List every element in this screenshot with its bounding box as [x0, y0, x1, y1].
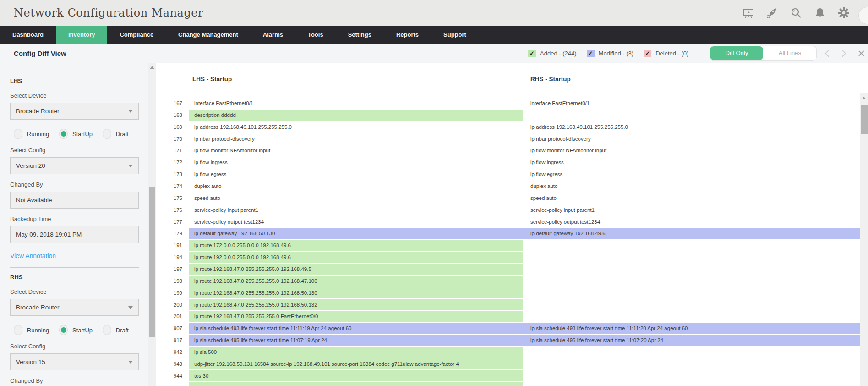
- chevron-down-icon[interactable]: [122, 103, 138, 119]
- view-annotation-link[interactable]: View Annotation: [10, 252, 56, 259]
- diff-rows: 167interface FastEthernet0/1interface Fa…: [156, 97, 860, 386]
- main-nav: DashboardInventoryComplianceChange Manag…: [0, 26, 868, 44]
- deleted-checkbox[interactable]: ✓: [644, 50, 651, 57]
- rhs-line: [523, 299, 860, 311]
- chevron-down-icon[interactable]: [122, 354, 138, 370]
- lhs-config-value: Version 20: [11, 162, 122, 169]
- sidebar-scrollbar-thumb[interactable]: [149, 187, 155, 337]
- rhs-pane-header: RHS - Startup: [530, 76, 571, 83]
- rhs-line: [523, 251, 860, 263]
- line-number: 175: [156, 192, 189, 204]
- close-icon[interactable]: ✕: [857, 49, 865, 58]
- diff-row: 168description ddddd: [156, 109, 860, 121]
- lhs-startup-label: StartUp: [72, 131, 93, 138]
- diff-row: 172ip flow ingressip flow ingress: [156, 156, 860, 168]
- lhs-backedup-time-field[interactable]: May 09, 2018 19:01 PM: [10, 226, 139, 243]
- lhs-device-value: Brocade Router: [11, 108, 122, 115]
- scroll-up-arrow-icon[interactable]: [862, 97, 866, 99]
- nav-item-compliance[interactable]: Compliance: [107, 26, 166, 44]
- lhs-draft-radio[interactable]: [103, 129, 111, 139]
- rhs-select-device-label: Select Device: [10, 288, 139, 295]
- nav-item-support[interactable]: Support: [431, 26, 479, 44]
- line-number: 194: [156, 251, 189, 263]
- lhs-line: ip sla 500: [189, 346, 523, 358]
- chevron-left-icon[interactable]: [825, 50, 832, 57]
- scroll-up-arrow-icon[interactable]: [150, 66, 154, 69]
- rhs-line: [523, 239, 860, 251]
- rhs-config-dropdown[interactable]: Version 15: [10, 353, 139, 370]
- diff-row: 198ip route 192.168.47.0 255.255.255.0 1…: [156, 275, 860, 287]
- diff-only-button[interactable]: Diff Only: [710, 46, 763, 60]
- rhs-line: ip sla schedule 495 life forever start-t…: [523, 334, 860, 346]
- nav-item-inventory[interactable]: Inventory: [56, 26, 108, 44]
- sidebar-scrollbar[interactable]: [148, 63, 156, 386]
- line-number: 177: [156, 216, 189, 228]
- lhs-backedup-time-label: Backedup Time: [10, 215, 139, 222]
- rhs-draft-radio[interactable]: [103, 325, 111, 335]
- page-title: Config Diff View: [14, 50, 66, 57]
- lhs-changed-by-label: Changed By: [10, 181, 139, 188]
- rhs-line: [523, 275, 860, 287]
- presentation-icon[interactable]: [742, 7, 754, 19]
- added-checkbox[interactable]: ✓: [528, 50, 536, 57]
- rhs-line: ip nbar protocol-discovery: [523, 133, 860, 145]
- diff-row: 200ip route 192.168.47.0 255.255.255.0 1…: [156, 299, 860, 311]
- lhs-line: service-policy input parent1: [189, 204, 523, 216]
- rhs-line: ip flow ingress: [523, 156, 860, 168]
- nav-item-alarms[interactable]: Alarms: [251, 26, 295, 44]
- filter-added[interactable]: ✓ Added - (244): [528, 50, 577, 57]
- diff-scrollbar[interactable]: [860, 93, 868, 386]
- rhs-device-dropdown[interactable]: Brocade Router: [10, 299, 139, 316]
- line-number: 942: [156, 346, 189, 358]
- lhs-line: ip nbar protocol-discovery: [189, 133, 523, 145]
- lhs-config-type-radios: Running StartUp Draft: [10, 129, 139, 139]
- lhs-changed-by-field[interactable]: Not Available: [10, 192, 139, 209]
- lhs-running-radio[interactable]: [14, 129, 22, 139]
- chevron-down-icon[interactable]: [122, 158, 138, 174]
- nav-item-change-management[interactable]: Change Management: [166, 26, 251, 44]
- rocket-icon[interactable]: [766, 7, 778, 19]
- lhs-line: ip flow ingress: [189, 156, 523, 168]
- bell-icon[interactable]: [814, 7, 826, 19]
- lhs-config-dropdown[interactable]: Version 20: [10, 157, 139, 174]
- rhs-line: duplex auto: [523, 180, 860, 192]
- lhs-line: ip route 192.168.47.0 255.255.255.0 192.…: [189, 275, 523, 287]
- nav-item-reports[interactable]: Reports: [384, 26, 431, 44]
- app-header: Network Configuration Manager: [0, 0, 868, 26]
- lhs-line: speed auto: [189, 192, 523, 204]
- filter-deleted[interactable]: ✓ Deleted - (0): [644, 50, 688, 57]
- content: LHS Select Device Brocade Router Running…: [0, 63, 868, 386]
- lhs-line: udp-jitter 192.168.50.131 16584 source-i…: [189, 358, 523, 370]
- all-lines-button[interactable]: All Lines: [763, 46, 816, 60]
- rhs-running-label: Running: [27, 327, 49, 334]
- rhs-startup-radio[interactable]: [59, 325, 68, 335]
- lhs-line: ip route 192.168.47.0 255.255.255.0 Fast…: [189, 310, 523, 322]
- rhs-line: ip sla schedule 493 life forever start-t…: [523, 322, 860, 334]
- diff-row: 201ip route 192.168.47.0 255.255.255.0 F…: [156, 310, 860, 322]
- modified-checkbox[interactable]: ✓: [587, 50, 595, 57]
- rhs-line: ip flow egress: [523, 168, 860, 180]
- rhs-config-type-radios: Running StartUp Draft: [10, 325, 139, 335]
- lhs-line: ip route 172.0.0.0 255.0.0.0 192.168.49.…: [189, 239, 523, 251]
- nav-item-tools[interactable]: Tools: [295, 26, 336, 44]
- chevron-down-icon[interactable]: [122, 299, 138, 315]
- search-icon[interactable]: [790, 7, 802, 19]
- nav-item-dashboard[interactable]: Dashboard: [0, 26, 56, 44]
- avatar[interactable]: [858, 7, 868, 24]
- lhs-device-dropdown[interactable]: Brocade Router: [10, 103, 139, 120]
- line-number: 176: [156, 204, 189, 216]
- diff-row: 194ip route 192.0.0.0 255.0.0.0 192.168.…: [156, 251, 860, 263]
- filter-modified[interactable]: ✓ Modified - (3): [587, 50, 634, 57]
- line-number: 172: [156, 156, 189, 168]
- rhs-section-title: RHS: [10, 274, 139, 281]
- nav-item-settings[interactable]: Settings: [336, 26, 384, 44]
- gear-icon[interactable]: [838, 7, 850, 19]
- lhs-startup-radio[interactable]: [59, 129, 68, 139]
- diff-row: 169ip address 192.168.49.101 255.255.255…: [156, 121, 860, 133]
- rhs-running-radio[interactable]: [14, 325, 22, 335]
- rhs-select-config-label: Select Config: [10, 343, 139, 350]
- diff-scrollbar-thumb[interactable]: [861, 105, 868, 134]
- added-label: Added - (244): [540, 50, 577, 57]
- chevron-right-icon[interactable]: [839, 50, 846, 57]
- lhs-line: ip route 192.168.47.0 255.255.255.0 192.…: [189, 287, 523, 299]
